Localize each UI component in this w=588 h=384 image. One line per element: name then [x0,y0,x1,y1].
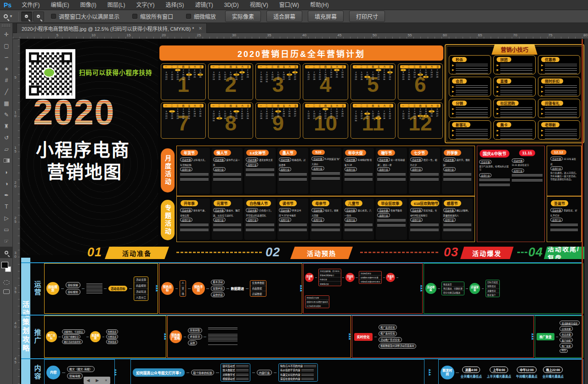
button-填充屏幕[interactable]: 填充屏幕 [308,11,344,22]
menu-item-T[interactable]: 滤镜(T) [189,0,218,10]
menu-item-H[interactable]: 帮助(H) [305,0,334,10]
checkbox-调整窗口大小以满屏显示[interactable]: 调整窗口大小以满屏显示 [51,12,119,20]
row-label-text: 对称数字式 [223,373,235,377]
tip-bullet: ▶ [497,64,532,67]
clone-stamp-tool[interactable]: ♜ [0,120,13,132]
event-industry-text [410,224,439,234]
path-selection-tool[interactable]: ▷ [0,212,13,224]
button-实际像素[interactable]: 实际像素 [225,11,261,22]
weekday: 日 [247,104,249,107]
date: 29 [175,117,181,119]
event-industry-text [377,219,406,229]
panel-grip[interactable] [2,24,11,28]
screen-mode-icon[interactable] [3,289,10,294]
bullet-arrow-icon: ▶ [497,95,499,96]
scroll-glyph[interactable]: × [105,378,107,383]
magic-wand-tool[interactable]: ∗ [0,63,13,74]
connector-line [184,337,187,337]
pen-tool[interactable]: ✒ [0,189,13,201]
brush-tool[interactable]: ✎ [0,109,13,120]
date: 26 [339,76,345,78]
checkbox-box[interactable] [132,14,137,19]
date: 31 [264,80,270,83]
scroll-glyph[interactable]: ▶ [96,378,99,383]
blur-tool[interactable]: ◗ [0,166,13,178]
tip-label: 分销 [452,101,467,106]
checkbox-细微缩放[interactable]: 细微缩放 [186,12,216,20]
map-pill-店铺流量: 店铺流量 [560,326,572,331]
weekday: 一 [260,65,262,68]
menu-item-F[interactable]: 文件(F) [16,0,45,10]
eyedropper-tool[interactable]: ╱ [0,86,13,97]
industry-row: 适用行业 [311,217,340,222]
move-tool[interactable]: ✛ [0,28,13,40]
lasso-tool[interactable]: ∽ [0,51,13,63]
eraser-tool[interactable]: ▱ [0,143,13,155]
weekday: 二 [313,65,315,68]
weekday: 六 [194,65,196,68]
event-body: 活动主题确认过眼神，是最想感谢的人适用行业 [443,208,472,234]
ruler-mark: 10 [13,110,17,118]
tab-bar: 2020小程序电商营销地图.jpg @ 12.5% (扫码可以获得小程序扶持, … [0,23,588,33]
gradient-tool[interactable] [0,155,13,166]
menu-item-Y[interactable]: 文字(Y) [130,0,160,10]
menu-item-S[interactable]: 选择(S) [160,0,189,10]
send-time-value: 中午12:00 [517,367,537,373]
zoom-tool[interactable] [0,247,13,258]
hand-tool[interactable]: ☞ [0,235,13,247]
zoom-out-button[interactable]: − [33,11,44,22]
menu-item-L[interactable]: 图层(L) [102,0,131,10]
history-brush-tool[interactable]: ↺ [0,132,13,143]
marquee-tool[interactable]: ▢ [0,40,13,51]
healing-brush-tool[interactable]: ▦ [0,97,13,109]
type-tool[interactable]: T [0,201,13,212]
map-cell-content: 预热推广策略新客获取老客促活其他 [168,316,351,357]
vertical-scrollbar[interactable] [584,39,588,384]
zoom-in-button[interactable]: + [21,11,32,22]
menu-item-3DD[interactable]: 3D(D) [219,0,244,10]
shape-tool[interactable]: ▭ [0,224,13,235]
button-打印尺寸[interactable]: 打印尺寸 [349,11,385,22]
industry-row: 适用行业 [550,166,578,171]
menu-item-W[interactable]: 窗口(W) [274,0,305,10]
industry-row: 适用行业 [279,217,307,222]
scroll-glyph[interactable]: ◀ [86,378,90,383]
button-适合屏幕[interactable]: 适合屏幕 [266,11,302,22]
map-cell-content: 推广目标流量预估、引流到店老客户唤醒促活确定活动页面转化渠道梳理免费渠道付费渠道… [45,316,166,357]
document-canvas[interactable]: 扫码可以获得小程序扶持 2020 小程序电商 营销地图 2020营销日历&全年营… [20,39,584,384]
horizontal-scroll-controls[interactable]: ◀▶× [84,377,110,384]
connector-line [374,337,377,337]
bullet-arrow-icon: ▶ [541,64,543,67]
color-swatches[interactable] [0,261,13,277]
foreground-color-swatch[interactable] [1,262,8,268]
date: 28 [381,117,387,119]
bullet-arrow-icon: ▶ [497,68,499,71]
field-label-industry: 适用行业 [213,167,226,171]
event-body: 活动主题12.12年末狂欢适用行业各行业通用，进入12月后，为年末最后一波大促活… [550,156,578,181]
checkbox-box[interactable] [51,14,56,19]
weekday: 五 [425,65,427,68]
current-tool-slot[interactable]: ▼ [0,14,17,18]
checkbox-缩放所有窗口[interactable]: 缩放所有窗口 [132,12,173,20]
pen-tool-icon: ✒ [4,192,9,198]
bullet-arrow-icon: ▶ [497,85,499,88]
tip-label: 老带新 [541,122,560,127]
shape-tool-icon: ▭ [4,226,9,233]
event-body: 活动主题世界读书日“4.23”好书推荐适用行业 [279,208,307,234]
tip-bullet: ▶ [541,112,577,115]
map-pill-确定活动页面转化: 确定活动页面转化 [62,339,83,344]
menu-item-I[interactable]: 图像(I) [74,0,102,10]
monthly-band-label: 月度活动 [161,148,175,192]
map-pill-推广素材优化: 推广素材优化 [379,331,397,336]
checkbox-box[interactable] [186,14,191,19]
menu-item-V[interactable]: 视图(V) [244,0,274,10]
close-tab-icon[interactable]: × [198,25,202,32]
document-tab[interactable]: 2020小程序电商营销地图.jpg @ 12.5% (扫码可以获得小程序扶持, … [17,23,207,33]
ruler-mark: 35 [267,33,271,37]
date: 29 [387,117,393,119]
crop-tool[interactable]: # [0,74,13,86]
menu-item-E[interactable]: 编辑(E) [45,0,74,10]
type-tool-icon: T [5,203,8,210]
quick-mask-icon[interactable] [3,280,10,285]
dodge-tool[interactable]: ◑ [0,178,13,189]
